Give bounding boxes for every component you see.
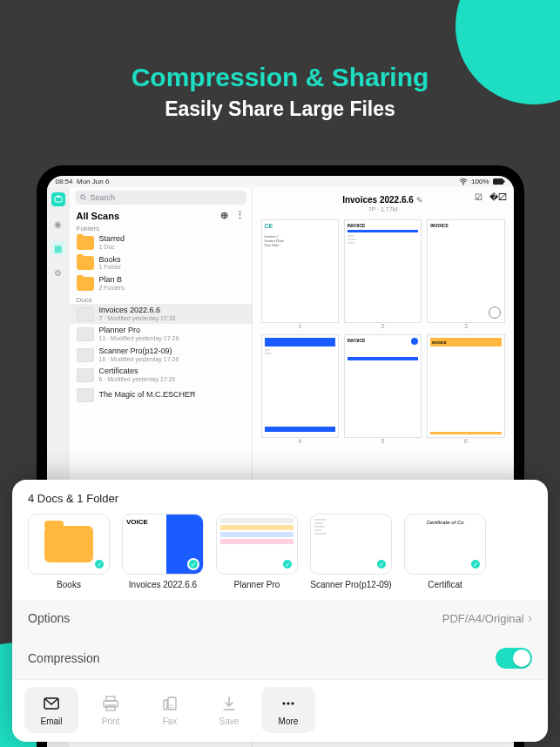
new-folder-icon[interactable]: ⊕	[220, 210, 228, 221]
doc-name: Planner Pro	[99, 326, 179, 335]
search-icon	[80, 194, 87, 201]
share-item-thumb: VOICE✓	[122, 514, 204, 575]
action-label: Save	[219, 717, 240, 726]
svg-rect-2	[503, 180, 505, 183]
list-item[interactable]: The Magic of M.C.ESCHER	[70, 386, 252, 405]
action-label: Print	[102, 717, 120, 726]
page-number: 5	[344, 438, 422, 444]
battery-icon	[493, 178, 505, 185]
list-item[interactable]: Scanner Pro(p12-09)16 · Modified yesterd…	[70, 345, 252, 366]
svg-point-5	[80, 195, 84, 199]
doc-sub: 6 · Modified yesterday 17:26	[99, 376, 176, 383]
page-grid: CEInvoice #Invoice DateDue Date1INVOICE━…	[253, 214, 514, 449]
share-item[interactable]: ✓Books	[28, 514, 110, 589]
share-item-label: Invoices 2022.6.6	[129, 580, 197, 589]
share-item-thumb: ✓	[216, 514, 298, 575]
share-item[interactable]: ✓Planner Pro	[216, 514, 298, 589]
share-item-label: Books	[57, 580, 81, 589]
page-thumb[interactable]: INVOICE	[427, 219, 504, 323]
page-thumb[interactable]: ━━━━━━━	[261, 334, 339, 438]
list-item[interactable]: Starred1 Doc	[70, 232, 252, 253]
share-item-thumb: Certificate of Co✓	[404, 514, 486, 575]
list-item[interactable]: Certificates6 · Modified yesterday 17:26	[70, 365, 252, 386]
action-more[interactable]: More	[261, 687, 315, 733]
doc-thumb	[77, 368, 94, 382]
folder-icon	[44, 526, 93, 562]
search-placeholder: Search	[91, 193, 116, 202]
share-item-label: Certificat	[428, 580, 462, 589]
folders-section-label: Folders	[70, 225, 252, 232]
sidebar-item-scanner[interactable]	[51, 192, 65, 206]
folder-name: Plan B	[99, 276, 125, 285]
select-icon[interactable]: ☑	[475, 192, 482, 202]
scan-icon[interactable]: �〼	[489, 192, 507, 202]
list-item[interactable]: Planner Pro11 · Modified yesterday 17:26	[70, 324, 252, 345]
share-item[interactable]: VOICE✓Invoices 2022.6.6	[122, 514, 204, 589]
action-label: More	[279, 717, 299, 726]
search-input[interactable]: Search	[75, 191, 246, 205]
folder-icon	[77, 236, 94, 250]
fax-icon	[160, 694, 179, 713]
action-bar: EmailPrintFaxSaveMore	[12, 679, 548, 733]
svg-point-15	[170, 707, 171, 708]
check-badge-icon: ✓	[469, 558, 482, 570]
chevron-right-icon: ›	[528, 610, 532, 626]
sidebar-item-settings[interactable]: ⚙	[51, 266, 65, 279]
share-item[interactable]: Certificate of Co✓Certificat	[404, 514, 486, 589]
svg-line-6	[84, 199, 86, 200]
options-value: PDF/A4/Original	[442, 612, 524, 625]
share-item[interactable]: ━━━━━━━━━━━━━━━━━━━━━━━━━━━━━✓Scanner Pr…	[310, 514, 392, 589]
battery-pct: 100%	[471, 178, 489, 185]
page-number: 1	[261, 323, 339, 329]
page-thumb[interactable]: INVOICE━━━━━━━━━━━━━	[344, 219, 422, 323]
action-label: Fax	[163, 717, 178, 726]
options-row[interactable]: Options PDF/A4/Original ›	[12, 600, 548, 636]
folder-sub: 1 Doc	[99, 244, 125, 251]
page-thumb[interactable]: INVOICE	[427, 334, 504, 438]
compression-toggle[interactable]	[496, 648, 532, 669]
doc-name: The Magic of M.C.ESCHER	[99, 391, 196, 400]
action-email[interactable]: Email	[24, 687, 78, 733]
svg-point-13	[170, 704, 171, 705]
sheet-items[interactable]: ✓BooksVOICE✓Invoices 2022.6.6✓Planner Pr…	[12, 514, 548, 596]
list-item[interactable]: Books1 Folder	[70, 253, 252, 274]
status-date: Mon Jun 6	[77, 178, 109, 185]
svg-rect-4	[57, 196, 60, 198]
doc-thumb	[77, 388, 94, 402]
action-save[interactable]: Save	[202, 687, 256, 733]
svg-rect-3	[55, 197, 62, 202]
doc-name: Certificates	[99, 367, 176, 376]
page-thumb[interactable]: INVOICE	[344, 334, 422, 438]
doc-thumb	[77, 307, 94, 321]
svg-rect-8	[106, 697, 115, 701]
share-item-label: Planner Pro	[234, 580, 280, 589]
list-item[interactable]: Plan B2 Folders	[70, 273, 252, 294]
options-label: Options	[28, 611, 70, 625]
page-number: 2	[344, 323, 422, 329]
svg-point-0	[462, 183, 463, 184]
page-thumb[interactable]: CEInvoice #Invoice DateDue Date	[261, 219, 339, 323]
doc-name: Invoices 2022.6.6	[99, 306, 176, 315]
svg-rect-11	[164, 700, 167, 710]
svg-point-18	[282, 702, 285, 704]
share-item-thumb: ━━━━━━━━━━━━━━━━━━━━━━━━━━━━━✓	[310, 514, 392, 575]
svg-rect-1	[493, 178, 503, 185]
print-icon	[101, 694, 120, 713]
action-label: Email	[40, 717, 62, 726]
check-badge-icon: ✓	[93, 558, 105, 570]
folder-name: Books	[99, 256, 122, 265]
status-time: 08:54	[56, 178, 73, 185]
action-print[interactable]: Print	[84, 687, 138, 733]
list-item[interactable]: Invoices 2022.6.67 · Modified yesterday …	[70, 304, 252, 325]
doc-thumb	[77, 348, 94, 362]
edit-title-icon[interactable]: ✎	[416, 196, 423, 205]
svg-rect-10	[106, 705, 115, 710]
sidebar-item-files[interactable]: ▦	[51, 241, 65, 255]
action-fax[interactable]: Fax	[143, 687, 197, 733]
hero-subtitle: Easily Share Large Files	[0, 98, 560, 121]
doc-name: Scanner Pro(p12-09)	[99, 347, 179, 356]
doc-title: Invoices 2022.6.6	[342, 195, 414, 205]
sidebar-item-cloud[interactable]: ◉	[51, 217, 65, 231]
share-sheet: 4 Docs & 1 Folder ✓BooksVOICE✓Invoices 2…	[12, 480, 548, 742]
menu-icon[interactable]: ⋮	[235, 210, 245, 221]
